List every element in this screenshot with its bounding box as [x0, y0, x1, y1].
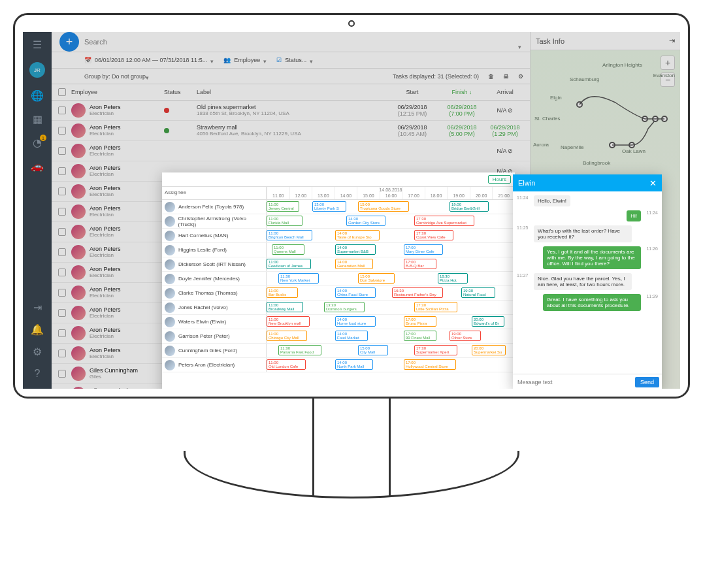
map-waypoint[interactable] [661, 116, 668, 122]
table-row[interactable]: Aron PetersElectrician Strawberry mall40… [52, 121, 530, 141]
schedule-task[interactable]: 11:00Old London Cafe [267, 359, 306, 370]
col-label[interactable]: Label [197, 89, 387, 95]
zoom-in-button[interactable]: + [661, 56, 675, 70]
schedule-task[interactable]: 20:00Supermarket Su [472, 345, 506, 355]
schedule-task[interactable]: 20:00Edward's of Br [472, 316, 504, 327]
schedule-task[interactable]: 11:00Chicago City Mall [267, 331, 307, 341]
table-row[interactable]: Aron PetersElectrician Old pines superma… [52, 101, 530, 121]
schedule-task[interactable]: 17:0099 Finest Mall [404, 331, 436, 341]
schedule-task[interactable]: 14:00North Park Mall [335, 359, 373, 370]
send-button[interactable]: Send [635, 377, 659, 387]
schedule-task[interactable]: 14:00Taste of Europe Sto [335, 230, 380, 240]
location-icon[interactable]: ◔1 [31, 137, 43, 148]
schedule-task[interactable]: 15:00City Mall [358, 345, 388, 355]
col-employee[interactable]: Employee [66, 89, 164, 95]
row-checkbox[interactable] [58, 106, 66, 114]
col-start[interactable]: Start [387, 89, 437, 95]
col-arrival[interactable]: Arrival [487, 89, 523, 95]
trash-icon[interactable]: 🗑 [488, 73, 494, 80]
bell-icon[interactable]: 🔔 [31, 323, 43, 335]
message-text: Great. I have something to ask you about… [543, 294, 641, 311]
schedule-task[interactable]: 11:30Panama Fast Food [278, 345, 321, 355]
schedule-task[interactable]: 11:30New York Market [278, 273, 319, 284]
row-checkbox[interactable] [58, 188, 66, 195]
schedule-task[interactable]: 19:00Oliver Store [450, 331, 481, 341]
chart-icon[interactable]: ▦ [31, 113, 43, 125]
globe-icon[interactable]: 🌐 [31, 90, 43, 101]
schedule-task[interactable]: 11:00Florida Mall [267, 216, 302, 226]
schedule-task[interactable]: 14:00Home food store [335, 316, 376, 327]
expand-icon[interactable]: ⇥ [669, 37, 675, 45]
schedule-task[interactable]: 14:30Garden City Store [346, 216, 385, 226]
schedule-task[interactable]: 11:00Queens Mall [272, 244, 304, 255]
table-row[interactable]: Aron PetersElectrician N/A ⊘ [52, 141, 530, 161]
schedule-task[interactable]: 17:30Coast View Cafe [414, 230, 453, 240]
schedule-task[interactable]: 17:00Mary Diner Cafe [404, 244, 443, 255]
chat-message-input[interactable] [515, 377, 635, 387]
user-avatar[interactable]: JR [29, 62, 45, 78]
col-finish[interactable]: Finish ↓ [437, 89, 487, 95]
schedule-task[interactable]: 15:00Tropicana Goods Store [358, 201, 409, 212]
schedule-task[interactable]: 11:00Jersey Central [267, 201, 299, 212]
schedule-task[interactable]: 16:30Restaurant Father's Day [392, 287, 443, 298]
schedule-task[interactable]: 14:00Food Market [335, 331, 368, 341]
status-filter[interactable]: ☑Status... [276, 57, 316, 63]
map-waypoint[interactable] [576, 101, 583, 108]
schedule-task[interactable]: 17:30Little Sicilian Pizza [414, 302, 457, 312]
group-by-select[interactable]: Do not group [112, 73, 146, 80]
add-button[interactable]: + [59, 32, 79, 52]
map-waypoint[interactable] [609, 142, 615, 148]
row-checkbox[interactable] [58, 329, 66, 337]
row-checkbox[interactable] [58, 127, 66, 135]
row-checkbox[interactable] [58, 248, 66, 256]
schedule-task[interactable]: 18:30Pizza Hot [438, 273, 468, 284]
row-checkbox[interactable] [58, 147, 66, 155]
map-waypoint[interactable] [629, 142, 635, 148]
help-icon[interactable]: ? [31, 368, 43, 380]
date-filter[interactable]: 📅06/01/2018 12:00 AM — 07/31/2018 11:5..… [84, 57, 217, 63]
settings-icon[interactable]: ⚙ [518, 73, 523, 80]
row-checkbox[interactable] [58, 208, 66, 216]
menu-icon[interactable]: ☰ [31, 39, 43, 50]
search-input[interactable]: Search [84, 38, 513, 46]
car-icon[interactable]: 🚗 [31, 160, 43, 172]
gear-icon[interactable]: ⚙ [31, 346, 43, 357]
schedule-task[interactable]: 17:30Cambridge Ave Supermarket [414, 216, 474, 226]
schedule-task[interactable]: 13:00Liberty Park S [312, 201, 346, 212]
schedule-task[interactable]: 17:00Hollywood Central Store [404, 359, 456, 370]
row-checkbox[interactable] [58, 228, 66, 236]
row-checkbox[interactable] [58, 350, 66, 357]
row-checkbox[interactable] [58, 309, 66, 317]
schedule-task[interactable]: 11:00Foodtown of James [267, 259, 311, 269]
map-waypoint[interactable] [642, 116, 648, 122]
schedule-task[interactable]: 19:30Natural Food [461, 287, 495, 298]
chat-close-icon[interactable]: ✕ [649, 178, 657, 188]
logout-icon[interactable]: ⇥ [31, 301, 43, 313]
row-checkbox[interactable] [58, 269, 66, 276]
employee-filter[interactable]: 👥Employee [223, 57, 270, 63]
schedule-task[interactable]: 15:00Don Salvatore [358, 273, 395, 284]
search-dropdown-icon[interactable] [518, 40, 525, 44]
print-icon[interactable]: 🖶 [503, 73, 509, 80]
select-all-checkbox[interactable] [58, 88, 66, 96]
schedule-task[interactable]: 14:00Supermarket B&B [335, 244, 376, 255]
schedule-task[interactable]: 11:00Bar Bucks [267, 287, 298, 298]
hours-toggle[interactable]: Hours [488, 175, 511, 184]
schedule-task[interactable]: 11:00New Brooklyn mall [267, 316, 310, 327]
chat-message: 11:29Great. I have something to ask you … [517, 294, 658, 311]
schedule-task[interactable]: 17:30Supermarket Xpert [414, 345, 457, 355]
row-checkbox[interactable] [58, 167, 66, 175]
schedule-task[interactable]: 11:00Broadway Mall [267, 302, 303, 312]
employee-avatar [71, 225, 86, 239]
row-checkbox[interactable] [58, 370, 66, 378]
schedule-task[interactable]: 17:00Bruno Pizza [404, 316, 436, 327]
schedule-task[interactable]: 14:00China Food Store [335, 287, 376, 298]
schedule-task[interactable]: 17:00B-B-Q Bar [404, 259, 436, 269]
schedule-task[interactable]: 11:00Brighton Beach Mall [267, 230, 312, 240]
col-status[interactable]: Status [164, 89, 197, 95]
map-waypoint[interactable] [652, 116, 659, 122]
schedule-task[interactable]: 13:30Domino's burgers [324, 302, 365, 312]
schedule-task[interactable]: 19:00Bridge Bar&Grill [450, 201, 489, 212]
schedule-task[interactable]: 14:00Generation Mall [335, 259, 373, 269]
row-checkbox[interactable] [58, 289, 66, 297]
